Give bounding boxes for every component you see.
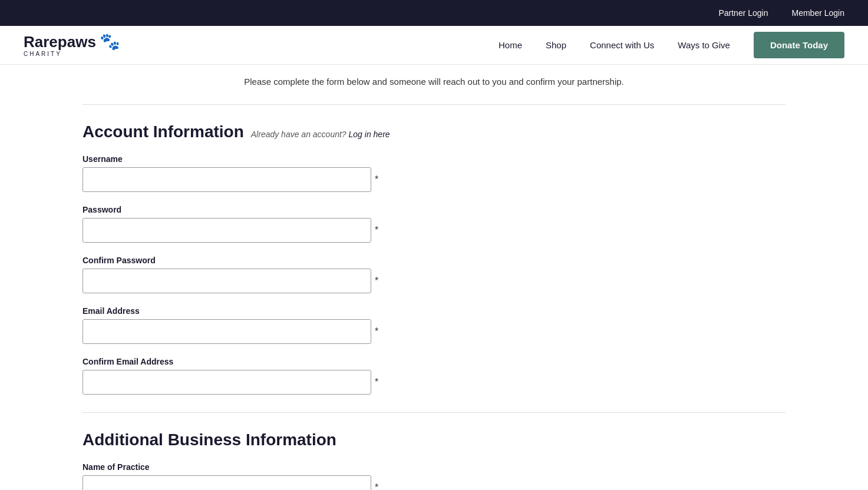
email-label: Email Address: [82, 306, 786, 316]
header: Rarepaws 🐾 CHARITY Home Shop Connect wit…: [0, 26, 868, 65]
logo-rare-paws: Rarepaws 🐾: [24, 33, 120, 51]
account-section: Account Information Already have an acco…: [82, 122, 786, 395]
password-required: *: [375, 225, 378, 236]
additional-section-title: Additional Business Information: [82, 431, 336, 449]
nav-home[interactable]: Home: [499, 40, 522, 50]
practice-name-input[interactable]: [82, 475, 371, 490]
practice-name-label: Name of Practice: [82, 462, 786, 472]
account-additional-divider: [82, 412, 786, 413]
confirm-password-required: *: [375, 276, 378, 286]
login-here-link[interactable]: Log in here: [349, 130, 390, 139]
confirm-password-label: Confirm Password: [82, 256, 786, 265]
logo: Rarepaws 🐾 CHARITY: [24, 33, 120, 58]
confirm-email-required: *: [375, 377, 378, 388]
username-required: *: [375, 174, 378, 185]
section-divider-top: [82, 104, 786, 105]
password-field: Password *: [82, 205, 786, 243]
confirm-password-input[interactable]: [82, 269, 371, 293]
top-bar: Partner Login Member Login: [0, 0, 868, 26]
password-label: Password: [82, 205, 786, 214]
username-label: Username: [82, 154, 786, 164]
password-input[interactable]: [82, 218, 371, 243]
nav-connect[interactable]: Connect with Us: [590, 40, 654, 50]
form-container: Account Information Already have an acco…: [0, 117, 868, 490]
donate-button[interactable]: Donate Today: [754, 32, 844, 58]
main-nav: Home Shop Connect with Us Ways to Give D…: [499, 32, 844, 58]
account-section-title: Account Information: [82, 122, 244, 141]
username-field: Username *: [82, 154, 786, 192]
intro-text: Please complete the form below and someo…: [0, 65, 868, 92]
logo-paws: paws: [58, 33, 96, 51]
account-section-subtitle: Already have an account? Log in here: [251, 130, 390, 139]
logo-charity: CHARITY: [24, 51, 120, 57]
email-required: *: [375, 326, 378, 337]
email-input[interactable]: [82, 319, 371, 344]
practice-name-field: Name of Practice *: [82, 462, 786, 490]
confirm-email-field: Confirm Email Address *: [82, 357, 786, 395]
confirm-email-input[interactable]: [82, 370, 371, 395]
confirm-email-label: Confirm Email Address: [82, 357, 786, 366]
partner-login-link[interactable]: Partner Login: [718, 8, 768, 18]
email-field: Email Address *: [82, 306, 786, 344]
username-input[interactable]: [82, 167, 371, 192]
nav-shop[interactable]: Shop: [546, 40, 566, 50]
member-login-link[interactable]: Member Login: [792, 8, 845, 18]
logo-rare: Rare: [24, 33, 58, 51]
practice-name-required: *: [375, 482, 378, 490]
paw-icon: 🐾: [100, 32, 120, 51]
nav-ways[interactable]: Ways to Give: [678, 40, 730, 50]
confirm-password-field: Confirm Password *: [82, 256, 786, 293]
additional-section: Additional Business Information Name of …: [82, 431, 786, 490]
already-have-account-text: Already have an account?: [251, 130, 346, 139]
